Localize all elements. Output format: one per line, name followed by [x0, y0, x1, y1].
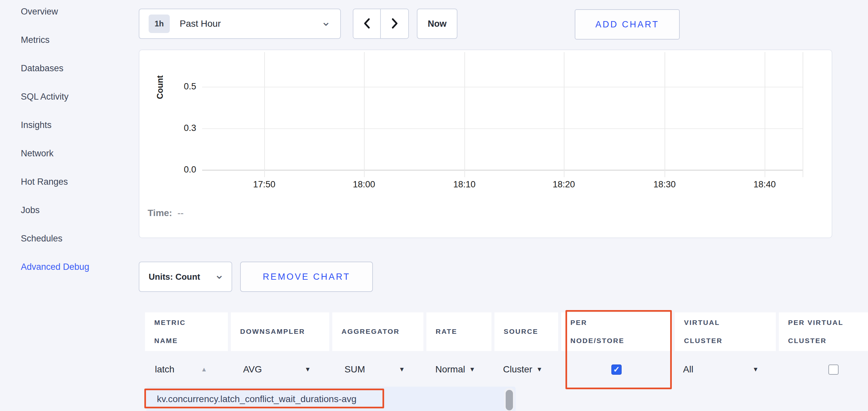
add-chart-button[interactable]: ADD CHART	[575, 9, 680, 40]
rate-value: Normal	[435, 364, 465, 375]
units-dropdown[interactable]: Units: Count ⌄	[139, 262, 232, 292]
per-node-store-checkbox[interactable]: ✓	[611, 365, 622, 375]
sidebar-item-network[interactable]: Network	[21, 139, 133, 168]
check-icon: ✓	[613, 365, 620, 374]
custom-chart-panel: Count 0.5 0.3 0.0 17:50 18:00 18:10 18:2…	[139, 49, 832, 238]
time-range-label: Past Hour	[180, 19, 321, 29]
col-header-downsampler: DOWNSAMPLER	[231, 312, 329, 351]
virtual-cluster-select[interactable]: All ▼	[675, 351, 776, 388]
hover-time-readout: Time:--	[148, 208, 184, 218]
gridline	[364, 52, 365, 177]
sidebar-item-advanced-debug[interactable]: Advanced Debug	[21, 253, 133, 281]
col-header-per-node-store: PER NODE/STORE	[561, 312, 672, 351]
sidebar-item-jobs[interactable]: Jobs	[21, 196, 133, 224]
chevron-down-icon: ⌄	[214, 268, 224, 282]
virtual-cluster-value: All	[683, 364, 693, 375]
chevron-right-icon	[391, 18, 399, 30]
gridline	[765, 52, 765, 177]
metric-table-header: METRIC NAME DOWNSAMPLER AGGREGATOR RATE …	[145, 312, 868, 351]
time-label: Time:	[148, 208, 172, 218]
sidebar-item-metrics[interactable]: Metrics	[21, 26, 133, 54]
col-header-virtual-cluster: VIRTUAL CLUSTER	[675, 312, 776, 351]
metric-name-value: latch	[155, 364, 175, 375]
sidebar-item-sql-activity[interactable]: SQL Activity	[21, 82, 133, 111]
source-select[interactable]: Cluster ▼	[494, 351, 558, 388]
col-header-per-virtual-cluster: PER VIRTUAL CLUSTER	[779, 312, 868, 351]
metric-name-input[interactable]: latch ▲	[145, 351, 228, 388]
units-label: Units: Count	[149, 272, 200, 282]
dropdown-scrollbar-thumb[interactable]	[506, 390, 513, 410]
gridline	[202, 128, 803, 129]
gridline	[664, 52, 665, 177]
gridline	[803, 52, 803, 177]
gridline	[202, 170, 803, 171]
x-tick-label: 18:40	[742, 179, 788, 190]
gridline	[464, 52, 465, 177]
time-value: --	[177, 208, 184, 218]
time-range-badge: 1h	[149, 14, 170, 33]
time-range-dropdown[interactable]: 1h Past Hour ⌄	[139, 8, 341, 39]
caret-down-icon: ▼	[752, 366, 759, 373]
sidebar-item-databases[interactable]: Databases	[21, 54, 133, 82]
time-pager	[353, 8, 409, 39]
x-tick-label: 18:30	[642, 179, 688, 190]
sidebar-item-overview[interactable]: Overview	[21, 0, 133, 26]
per-virtual-cluster-checkbox[interactable]	[828, 365, 839, 375]
col-header-aggregator: AGGREGATOR	[332, 312, 424, 351]
now-button[interactable]: Now	[417, 8, 458, 39]
y-axis-label: Count	[155, 55, 165, 121]
chevron-down-icon: ⌄	[321, 15, 331, 29]
caret-down-icon: ▼	[305, 366, 311, 373]
prev-range-button[interactable]	[353, 9, 381, 38]
sidebar-item-schedules[interactable]: Schedules	[21, 224, 133, 253]
gridline	[202, 87, 803, 88]
y-tick-label: 0.3	[173, 123, 196, 133]
source-value: Cluster	[503, 364, 532, 375]
per-virtual-cluster-cell	[779, 351, 868, 388]
caret-down-icon: ▼	[469, 366, 475, 373]
downsampler-value: AVG	[243, 364, 262, 375]
col-header-source: SOURCE	[494, 312, 558, 351]
x-tick-label: 17:50	[241, 179, 287, 190]
metric-suggestion-item[interactable]: kv.concurrency.latch_conflict_wait_durat…	[157, 394, 356, 404]
caret-down-icon: ▼	[399, 366, 405, 373]
col-header-metric-name: METRIC NAME	[145, 312, 228, 351]
x-tick-label: 18:20	[541, 179, 587, 190]
x-tick-label: 18:00	[341, 179, 387, 190]
aggregator-value: SUM	[344, 364, 365, 375]
col-header-rate: RATE	[426, 312, 492, 351]
sidebar-item-insights[interactable]: Insights	[21, 111, 133, 139]
rate-select[interactable]: Normal ▼	[426, 351, 492, 388]
y-tick-label: 0.0	[173, 165, 196, 175]
gridline	[564, 52, 564, 177]
caret-up-icon: ▲	[201, 366, 207, 373]
y-tick-label: 0.5	[173, 81, 196, 92]
gridline	[264, 52, 265, 177]
per-node-store-cell: ✓	[561, 351, 672, 388]
metric-suggestion-dropdown: kv.concurrency.latch_conflict_wait_durat…	[146, 386, 516, 411]
caret-down-icon: ▼	[536, 366, 542, 373]
next-range-button[interactable]	[381, 9, 408, 38]
sidebar-nav: Overview Metrics Databases SQL Activity …	[21, 0, 133, 281]
sidebar-item-hot-ranges[interactable]: Hot Ranges	[21, 168, 133, 196]
remove-chart-button[interactable]: REMOVE CHART	[240, 262, 373, 292]
metric-table-row: latch ▲ AVG ▼ SUM ▼ Normal ▼ Cluster ▼ ✓…	[145, 351, 868, 388]
x-tick-label: 18:10	[441, 179, 488, 190]
aggregator-select[interactable]: SUM ▼	[332, 351, 424, 388]
downsampler-select[interactable]: AVG ▼	[231, 351, 329, 388]
chevron-left-icon	[363, 18, 371, 30]
